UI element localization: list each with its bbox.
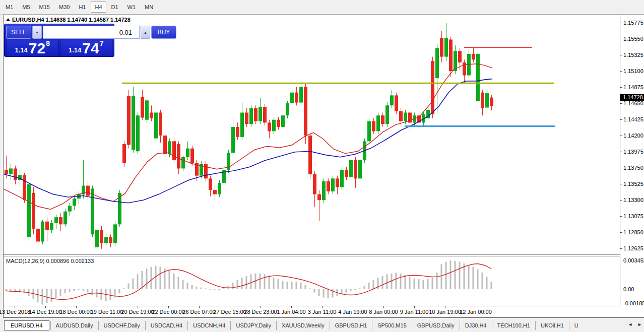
- macd-axis-label: -0.001851: [623, 300, 644, 306]
- sell-price-prefix: 1.14: [15, 45, 28, 55]
- timeframe-button-mn[interactable]: MN: [141, 2, 157, 13]
- moving-average-fast: [4, 64, 492, 210]
- time-tick: [353, 306, 353, 308]
- toolbar-separator: [162, 2, 162, 12]
- price-axis-label: 1.12625: [623, 245, 643, 251]
- price-tick: [620, 103, 622, 104]
- time-axis-label: 13 Dec 2018: [0, 309, 30, 315]
- time-tick: [76, 306, 77, 308]
- sell-button[interactable]: SELL: [6, 26, 31, 39]
- time-axis-label: 1 Jan 04:00: [277, 309, 306, 315]
- price-tick: [620, 216, 622, 217]
- price-axis-label: 1.14425: [623, 116, 643, 122]
- time-axis-label: 9 Jan 11:00: [400, 309, 429, 315]
- macd-axis-label: 0.003452: [623, 257, 644, 263]
- price-axis-label: 1.14875: [623, 84, 643, 90]
- time-axis-label: 3 Jan 11:00: [308, 309, 337, 315]
- time-axis-label: 12 Jan 00:00: [460, 309, 492, 315]
- time-tick: [230, 306, 230, 308]
- macd-indicator-label: MACD(12,26,9) 0.000896 0.002133: [6, 258, 94, 264]
- price-tick: [620, 152, 622, 152]
- lot-increase-button[interactable]: ▲: [141, 26, 150, 39]
- macd-histogram: [6, 260, 492, 304]
- price-tick: [620, 39, 622, 39]
- time-axis-label: 14 Dec 19:00: [29, 309, 61, 315]
- buy-price-pip: 7: [100, 36, 104, 51]
- chart-tab-eurusd-h4[interactable]: EURUSD,H4: [4, 320, 49, 330]
- price-tick: [620, 168, 622, 168]
- chart-tab-ukoil-h1[interactable]: UKOil,H1: [535, 321, 569, 330]
- chart-tab-usdchf-daily[interactable]: USDCHF,Daily: [98, 321, 145, 330]
- timeframe-button-h1[interactable]: H1: [75, 2, 90, 13]
- price-axis-label: 1.13075: [623, 213, 643, 219]
- price-tick: [620, 87, 622, 88]
- chart-tab-usdjpy-daily[interactable]: USDJPY,Daily: [230, 321, 276, 330]
- chart-tab-dj30-h4[interactable]: DJ30,H4: [460, 321, 492, 330]
- price-tick: [620, 232, 622, 233]
- price-axis-label: 1.13750: [623, 165, 643, 171]
- time-tick: [199, 306, 200, 308]
- time-tick: [168, 306, 169, 308]
- lot-decrease-button[interactable]: ▼: [32, 26, 42, 39]
- chart-tab-u[interactable]: U: [569, 321, 584, 330]
- price-scale[interactable]: 1.157751.155501.153251.151001.148751.146…: [620, 15, 644, 306]
- moving-average-slow: [4, 79, 492, 203]
- time-tick: [45, 306, 46, 308]
- price-axis-label: 1.15325: [623, 52, 643, 58]
- timeframe-button-d1[interactable]: D1: [107, 2, 122, 13]
- time-axis-label: 4 Jan 19:00: [338, 309, 367, 315]
- macd-chart[interactable]: [4, 256, 620, 306]
- timeframe-button-w1[interactable]: W1: [123, 2, 140, 13]
- collapse-trade-panel-icon[interactable]: [6, 18, 10, 21]
- time-tick: [15, 306, 15, 308]
- price-axis-label: 1.14200: [623, 132, 643, 139]
- chart-tab-gbpusd-daily[interactable]: GBPUSD,Daily: [412, 321, 460, 330]
- chart-tab-usdcnh-h4[interactable]: USDCNH,H4: [187, 321, 230, 330]
- chart-tab-xauusd-weekly[interactable]: XAUUSD,Weekly: [276, 321, 330, 330]
- tabs-scroll-left-icon[interactable]: ◄: [628, 322, 632, 327]
- tabs-scroll-right-icon[interactable]: ►: [637, 322, 642, 327]
- timeframe-button-h4[interactable]: H4: [91, 2, 106, 13]
- buy-price-display[interactable]: 1.14 74 7: [60, 40, 113, 56]
- buy-price-main: 74: [82, 41, 99, 55]
- price-axis-label: 1.13300: [623, 197, 643, 203]
- timeframe-button-m15[interactable]: M15: [35, 2, 54, 13]
- chart-tab-sp500-m15[interactable]: SP500,M15: [372, 321, 411, 330]
- price-tick: [620, 71, 622, 72]
- timeframe-toolbar: M1M5M15M30H1H4D1W1MN: [0, 0, 644, 15]
- time-axis-label: 10 Jan 19:00: [429, 309, 461, 315]
- chart-title: EURUSD,H4 1.14638 1.14740 1.14587 1.1472…: [12, 17, 131, 23]
- price-tick: [620, 23, 622, 23]
- time-tick: [445, 306, 445, 308]
- time-tick: [322, 306, 323, 308]
- time-tick: [383, 306, 384, 308]
- price-axis-label: 1.13525: [623, 181, 643, 187]
- macd-indicator-pane[interactable]: [4, 256, 620, 306]
- time-axis-label: 26 Dec 07:00: [182, 309, 215, 315]
- buy-button[interactable]: BUY: [151, 26, 176, 39]
- time-axis-label: 27 Dec 15:00: [213, 309, 246, 315]
- chart-tab-usdcad-h4[interactable]: USDCAD,H4: [145, 321, 188, 330]
- time-tick: [107, 306, 107, 308]
- chart-tab-gbpusd-h1[interactable]: GBPUSD,H1: [330, 321, 372, 330]
- price-axis-label: 1.14650: [623, 100, 643, 106]
- chart-tab-tech100-h1[interactable]: TECH100,H1: [492, 321, 535, 330]
- time-tick: [291, 306, 292, 308]
- one-click-trading-panel: SELL ▼ ▲ BUY 1.14 72 8 1.14 74 7: [4, 24, 114, 57]
- time-axis-label: 19 Dec 11:00: [91, 309, 123, 315]
- price-tick: [620, 119, 622, 120]
- candles-group: [5, 23, 493, 249]
- timeframe-button-m5[interactable]: M5: [18, 2, 34, 13]
- price-tick: [620, 248, 622, 249]
- time-axis-label: 20 Dec 19:00: [121, 309, 154, 315]
- price-axis-label: 1.15775: [623, 20, 643, 26]
- sell-price-display[interactable]: 1.14 72 8: [6, 40, 59, 56]
- time-axis[interactable]: 13 Dec 201814 Dec 19:0018 Dec 00:0019 De…: [4, 306, 644, 318]
- timeframe-button-m1[interactable]: M1: [2, 2, 17, 13]
- sell-price-main: 72: [29, 41, 45, 55]
- price-tick: [620, 136, 622, 136]
- timeframe-button-m30[interactable]: M30: [55, 2, 74, 13]
- lot-size-input[interactable]: [43, 26, 140, 39]
- chart-tab-audusd-daily[interactable]: AUDUSD,Daily: [50, 321, 98, 330]
- price-axis-label: 1.13975: [623, 149, 643, 155]
